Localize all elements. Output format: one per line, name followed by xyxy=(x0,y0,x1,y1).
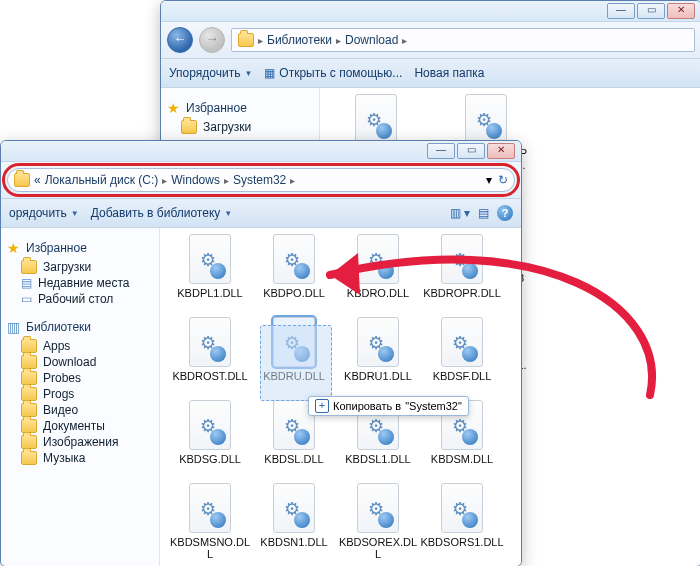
nav-item-label: Видео xyxy=(43,403,78,417)
drag-tooltip-action: Копировать в xyxy=(333,400,401,412)
close-button[interactable]: ✕ xyxy=(487,143,515,159)
nav-item-desktop[interactable]: ▭ Рабочий стол xyxy=(7,291,157,307)
dll-file-icon xyxy=(357,234,399,284)
breadcrumb-segment[interactable]: Локальный диск (C:) xyxy=(45,173,159,187)
file-label: KBDROST.DLL xyxy=(168,370,252,382)
plus-icon: + xyxy=(315,399,329,413)
file-item[interactable]: KBDSF.DLL xyxy=(420,317,504,382)
nav-item-downloads[interactable]: Загрузки xyxy=(167,119,317,135)
file-item[interactable]: KBDROST.DLL xyxy=(168,317,252,382)
file-item[interactable]: KBDROPR.DLL xyxy=(420,234,504,299)
add-to-library-button[interactable]: Добавить в библиотеку▼ xyxy=(91,206,232,220)
nav-item-label: Probes xyxy=(43,371,81,385)
breadcrumb-segment[interactable]: System32 xyxy=(233,173,286,187)
organize-button[interactable]: орядочить▼ xyxy=(9,206,79,220)
breadcrumb-segment[interactable]: Библиотеки xyxy=(267,33,332,47)
organize-button[interactable]: Упорядочить▼ xyxy=(169,66,252,80)
file-item[interactable]: KBDSG.DLL xyxy=(168,400,252,465)
nav-item-label: Изображения xyxy=(43,435,118,449)
forward-button[interactable]: → xyxy=(199,27,225,53)
address-bar[interactable]: « Локальный диск (C:) ▸ Windows ▸ System… xyxy=(7,168,515,192)
back-button[interactable]: ← xyxy=(167,27,193,53)
drag-tooltip-target: "System32" xyxy=(405,400,462,412)
drag-ghost xyxy=(260,325,332,401)
nav-item-label: Недавние места xyxy=(38,276,129,290)
help-icon[interactable]: ? xyxy=(497,205,513,221)
folder-icon xyxy=(21,435,37,449)
star-icon: ★ xyxy=(167,100,180,116)
folder-icon xyxy=(181,120,197,134)
nav-item-label: Apps xyxy=(43,339,70,353)
chevron-down-icon[interactable]: ▾ xyxy=(486,173,492,187)
breadcrumb-prefix: « xyxy=(34,173,41,187)
navbar: « Локальный диск (C:) ▸ Windows ▸ System… xyxy=(1,162,521,199)
file-label: KBDPL1.DLL xyxy=(168,287,252,299)
breadcrumb-segment[interactable]: Download xyxy=(345,33,398,47)
breadcrumb-sep: ▸ xyxy=(402,35,407,46)
folder-icon xyxy=(21,419,37,433)
minimize-button[interactable]: — xyxy=(427,143,455,159)
close-button[interactable]: ✕ xyxy=(667,3,695,19)
nav-item-downloads[interactable]: Загрузки xyxy=(7,259,157,275)
file-item[interactable]: KBDPL1.DLL xyxy=(168,234,252,299)
file-item[interactable]: KBDRU1.DLL xyxy=(336,317,420,382)
file-item[interactable]: KBDSORS1.DLL xyxy=(420,483,504,560)
file-item[interactable]: KBDSN1.DLL xyxy=(252,483,336,560)
file-item[interactable]: KBDSOREX.DLL xyxy=(336,483,420,560)
view-options-icon[interactable]: ▥ ▾ xyxy=(450,206,470,220)
file-label: KBDSOREX.DLL xyxy=(336,536,420,560)
nav-item-label: Документы xyxy=(43,419,105,433)
nav-favorites[interactable]: ★ Избранное xyxy=(167,100,317,116)
nav-item-label: Загрузки xyxy=(43,260,91,274)
dll-file-icon xyxy=(189,317,231,367)
address-bar[interactable]: ▸ Библиотеки ▸ Download ▸ xyxy=(231,28,695,52)
breadcrumb-sep: ▸ xyxy=(258,35,263,46)
open-with-label: Открыть с помощью... xyxy=(279,66,402,80)
breadcrumb-sep: ▸ xyxy=(290,175,295,186)
dll-file-icon xyxy=(441,234,483,284)
dll-file-icon xyxy=(357,483,399,533)
toolbar: орядочить▼ Добавить в библиотеку▼ ▥ ▾ ▤ … xyxy=(1,199,521,228)
maximize-button[interactable]: ▭ xyxy=(457,143,485,159)
folder-icon xyxy=(21,451,37,465)
new-folder-label: Новая папка xyxy=(414,66,484,80)
preview-pane-icon[interactable]: ▤ xyxy=(478,206,489,220)
file-label: KBDSMSNO.DLL xyxy=(168,536,252,560)
library-icon: ▥ xyxy=(7,319,20,335)
folder-icon xyxy=(238,33,254,47)
refresh-icon[interactable]: ↻ xyxy=(498,173,508,187)
minimize-button[interactable]: — xyxy=(607,3,635,19)
nav-item-label: Музыка xyxy=(43,451,85,465)
maximize-button[interactable]: ▭ xyxy=(637,3,665,19)
toolbar: Упорядочить▼ ▦ Открыть с помощью... Нова… xyxy=(161,59,700,88)
desktop-icon: ▭ xyxy=(21,292,32,306)
folder-icon xyxy=(21,260,37,274)
folder-icon xyxy=(21,339,37,353)
nav-pane: ★ Избранное Загрузки ▤ Недавние места ▭ … xyxy=(1,228,160,566)
nav-libraries-label: Библиотеки xyxy=(26,320,91,334)
dll-file-icon xyxy=(441,483,483,533)
star-icon: ★ xyxy=(7,240,20,256)
open-with-button[interactable]: ▦ Открыть с помощью... xyxy=(264,66,402,80)
folder-icon xyxy=(14,173,30,187)
file-label: KBDSM.DLL xyxy=(420,453,504,465)
nav-item-recent[interactable]: ▤ Недавние места xyxy=(7,275,157,291)
file-label: KBDSF.DLL xyxy=(420,370,504,382)
file-label: KBDRU1.DLL xyxy=(336,370,420,382)
file-label: KBDRO.DLL xyxy=(336,287,420,299)
titlebar: — ▭ ✕ xyxy=(161,1,700,22)
file-item[interactable]: KBDRO.DLL xyxy=(336,234,420,299)
breadcrumb-sep: ▸ xyxy=(224,175,229,186)
nav-favorites[interactable]: ★ Избранное xyxy=(7,240,157,256)
drag-tooltip: + Копировать в "System32" xyxy=(308,396,469,416)
breadcrumb-segment[interactable]: Windows xyxy=(171,173,220,187)
dll-file-icon xyxy=(189,400,231,450)
file-item[interactable]: KBDPO.DLL xyxy=(252,234,336,299)
nav-libraries[interactable]: ▥ Библиотеки xyxy=(7,319,157,335)
nav-item-library[interactable]: Музыка xyxy=(7,450,157,466)
file-icon xyxy=(355,94,397,144)
new-folder-button[interactable]: Новая папка xyxy=(414,66,484,80)
file-label: KBDSL1.DLL xyxy=(336,453,420,465)
nav-favorites-label: Избранное xyxy=(26,241,87,255)
file-item[interactable]: KBDSMSNO.DLL xyxy=(168,483,252,560)
